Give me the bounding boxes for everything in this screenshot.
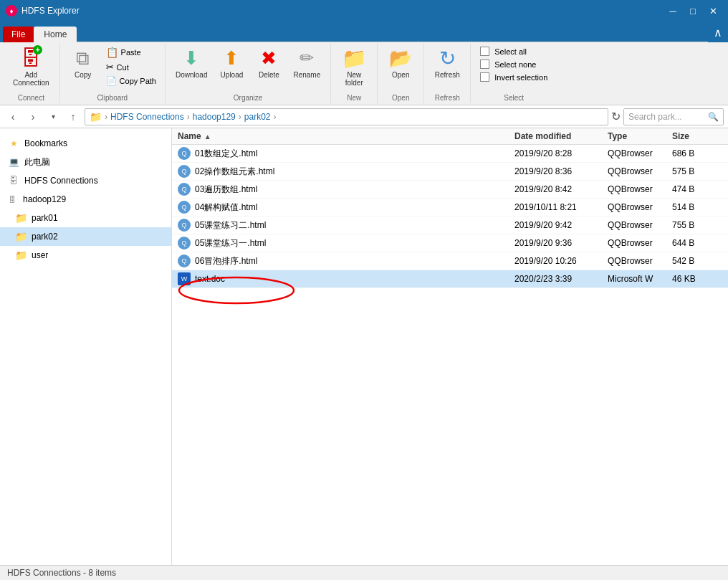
file-type-cell: QQBrowser: [608, 184, 672, 194]
upload-button[interactable]: ⬆ Upload: [214, 45, 249, 80]
forward-button[interactable]: ›: [24, 108, 42, 125]
doc-file-icon: W: [178, 272, 191, 285]
sidebar-hadoop129-label: hadoop129: [23, 194, 66, 204]
file-size-cell: 46 KB: [672, 274, 722, 284]
file-date-cell: 2019/9/20 8:42: [514, 184, 608, 194]
breadcrumb-hadoop129[interactable]: hadoop129: [193, 112, 236, 122]
file-name: 01数组定义.html: [195, 148, 257, 160]
app-title: HDFS Explorer: [21, 6, 80, 16]
select-none-checkbox-icon: [480, 60, 489, 69]
invert-selection-button[interactable]: Invert selection: [477, 71, 550, 83]
ribbon-group-new: 📁 Newfolder New: [331, 44, 378, 103]
clipboard-group-label: Clipboard: [97, 92, 128, 102]
rename-button[interactable]: ✏ Rename: [289, 45, 325, 80]
minimize-button[interactable]: ─: [664, 4, 682, 18]
file-size-cell: 542 B: [672, 256, 722, 266]
recent-locations-button[interactable]: ▾: [44, 108, 62, 125]
table-row[interactable]: W text.doc 2020/2/23 3:39 Microsoft W 46…: [172, 270, 728, 288]
nav-refresh-button[interactable]: ↻: [611, 110, 621, 123]
table-row[interactable]: Q 02操作数组元素.html 2019/9/20 8:36 QQBrowser…: [172, 163, 728, 181]
file-name-cell: W text.doc: [178, 272, 514, 285]
file-name: 04解构赋值.html: [195, 201, 257, 214]
col-type-header[interactable]: Type: [608, 131, 672, 141]
refresh-icon: ↻: [439, 47, 456, 70]
ribbon-group-open: 📂 Open Open: [378, 44, 424, 103]
download-icon: ⬇: [183, 47, 199, 70]
file-name-cell: Q 03遍历数组.html: [178, 183, 514, 196]
paste-label: Paste: [121, 48, 141, 57]
breadcrumb-hdfs-connections[interactable]: HDFS Connections: [110, 112, 184, 122]
breadcrumb[interactable]: 📁 › HDFS Connections › hadoop129 › park0…: [85, 108, 608, 125]
tab-home[interactable]: Home: [34, 27, 77, 42]
park02-folder-icon: 📁: [14, 230, 27, 243]
select-all-checkbox-icon: [480, 47, 489, 56]
sidebar-item-user[interactable]: 📁 user: [0, 246, 171, 265]
hadoop129-icon: 🗄: [6, 193, 19, 206]
file-size-cell: 514 B: [672, 202, 722, 212]
sidebar-item-hdfs-connections[interactable]: 🗄 HDFS Connections: [0, 171, 171, 190]
cut-label: Cut: [117, 63, 129, 72]
close-button[interactable]: ✕: [704, 4, 722, 18]
ribbon-collapse-button[interactable]: ∧: [708, 23, 728, 42]
sidebar-item-park02[interactable]: 📁 park02: [0, 227, 171, 246]
table-row[interactable]: Q 04解构赋值.html 2019/10/11 8:21 QQBrowser …: [172, 199, 728, 217]
html-file-icon: Q: [178, 165, 191, 178]
col-size-header[interactable]: Size: [672, 131, 722, 141]
cut-button[interactable]: ✂ Cut: [103, 60, 159, 74]
delete-icon: ✖: [261, 47, 277, 70]
open-button[interactable]: 📂 Open: [383, 45, 418, 80]
sidebar-park02-label: park02: [32, 232, 58, 242]
up-button[interactable]: ↑: [64, 108, 82, 125]
col-date-header[interactable]: Date modified: [514, 131, 608, 141]
delete-button[interactable]: ✖ Delete: [252, 45, 286, 80]
refresh-button[interactable]: ↻ Refresh: [430, 45, 464, 80]
breadcrumb-park02[interactable]: park02: [244, 112, 271, 122]
file-name-cell: Q 02操作数组元素.html: [178, 165, 514, 178]
download-button[interactable]: ⬇ Download: [171, 45, 211, 80]
html-file-icon: Q: [178, 183, 191, 196]
table-row[interactable]: Q 01数组定义.html 2019/9/20 8:28 QQBrowser 6…: [172, 145, 728, 163]
file-name-cell: Q 01数组定义.html: [178, 147, 514, 160]
file-name: 03遍历数组.html: [195, 184, 257, 196]
select-all-label: Select all: [494, 47, 527, 56]
col-name-header[interactable]: Name ▲: [178, 131, 514, 141]
ribbon-group-connect: 🗄 + AddConnection Connect: [3, 44, 60, 103]
hdfs-icon: 🗄: [7, 174, 20, 187]
file-size-cell: 474 B: [672, 184, 722, 194]
table-row[interactable]: Q 05课堂练习一.html 2019/9/20 9:36 QQBrowser …: [172, 234, 728, 252]
invert-selection-icon: [480, 72, 489, 82]
sidebar-item-this-pc[interactable]: 💻 此电脑: [0, 153, 171, 171]
table-row[interactable]: Q 05课堂练习二.html 2019/9/20 9:42 QQBrowser …: [172, 217, 728, 234]
file-size-cell: 755 B: [672, 220, 722, 230]
sidebar-item-park01[interactable]: 📁 park01: [0, 209, 171, 227]
table-row[interactable]: Q 03遍历数组.html 2019/9/20 8:42 QQBrowser 4…: [172, 181, 728, 199]
status-text: HDFS Connections - 8 items: [7, 568, 116, 578]
file-pane: Name ▲ Date modified Type Size Q 01数组定义.…: [172, 128, 728, 565]
new-folder-button[interactable]: 📁 Newfolder: [337, 45, 371, 88]
file-date-cell: 2019/9/20 9:36: [514, 238, 608, 248]
user-folder-icon: 📁: [14, 249, 27, 262]
paste-button[interactable]: 📋 Paste: [103, 45, 159, 60]
maximize-button[interactable]: □: [684, 4, 702, 18]
sidebar-hdfs-connections-label: HDFS Connections: [24, 176, 98, 186]
search-icon[interactable]: 🔍: [708, 112, 719, 122]
file-type-cell: QQBrowser: [608, 256, 672, 266]
tab-file[interactable]: File: [3, 27, 34, 42]
copy-button[interactable]: ⧉ Copy: [66, 45, 100, 80]
add-connection-button[interactable]: 🗄 + AddConnection: [9, 45, 54, 88]
file-name-cell: Q 04解构赋值.html: [178, 201, 514, 214]
table-row[interactable]: Q 06冒泡排序.html 2019/9/20 10:26 QQBrowser …: [172, 252, 728, 270]
html-file-icon: Q: [178, 237, 191, 249]
ribbon-group-organize: ⬇ Download ⬆ Upload ✖ Delete ✏ Re: [166, 44, 331, 103]
rename-label: Rename: [293, 71, 320, 79]
copy-path-button[interactable]: 📄 Copy Path: [103, 75, 159, 87]
select-all-button[interactable]: Select all: [477, 45, 550, 57]
sidebar-item-hadoop129[interactable]: 🗄 hadoop129: [0, 190, 171, 209]
organize-group-label: Organize: [234, 92, 263, 102]
sidebar-item-bookmarks[interactable]: ★ Bookmarks: [0, 134, 171, 153]
search-bar[interactable]: Search park... 🔍: [623, 108, 724, 125]
select-none-button[interactable]: Select none: [477, 58, 550, 70]
back-button[interactable]: ‹: [4, 108, 21, 125]
file-type-cell: QQBrowser: [608, 166, 672, 176]
title-bar: ♦ HDFS Explorer ─ □ ✕: [0, 0, 728, 22]
